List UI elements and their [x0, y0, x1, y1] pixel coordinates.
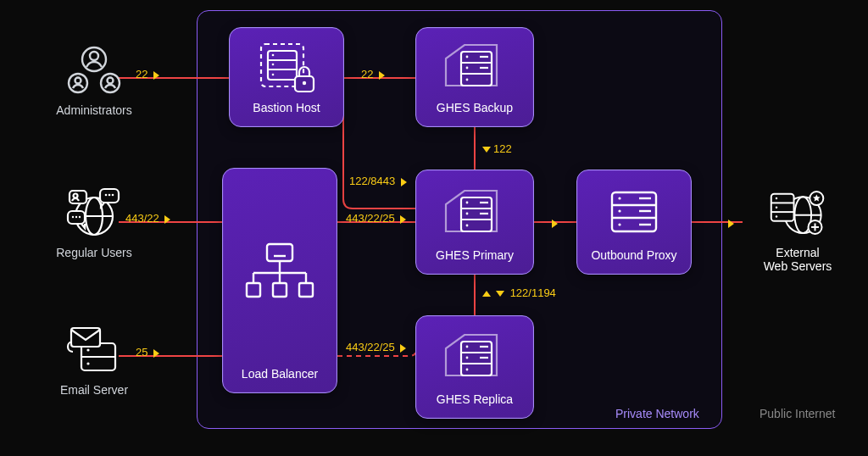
actor-email-label: Email Server [39, 383, 149, 397]
actor-regular-label: Regular Users [39, 246, 149, 259]
svg-point-94 [466, 357, 469, 359]
node-bastion-label: Bastion Host [253, 101, 320, 114]
globe-users-icon [66, 185, 122, 241]
svg-point-60 [466, 79, 469, 81]
actor-external-web: External Web Servers [734, 185, 861, 273]
node-proxy-label: Outbound Proxy [591, 248, 676, 262]
edge-primary-replica-label: 122/1194 [480, 286, 556, 299]
svg-point-40 [776, 207, 777, 209]
admins-icon [66, 42, 122, 98]
svg-point-30 [86, 348, 89, 351]
svg-point-51 [272, 64, 275, 66]
node-proxy: Outbound Proxy [576, 170, 692, 275]
actor-regular-users: Regular Users [39, 185, 149, 259]
svg-point-76 [466, 202, 469, 204]
svg-rect-72 [299, 283, 313, 297]
svg-point-77 [466, 213, 469, 215]
svg-point-59 [466, 67, 469, 70]
actor-external-label: External Web Servers [734, 246, 861, 273]
svg-rect-36 [771, 194, 794, 221]
svg-point-54 [303, 81, 306, 85]
svg-point-86 [618, 223, 620, 225]
proxy-icon [584, 179, 684, 245]
backup-icon [423, 36, 526, 97]
node-backup-label: GHES Backup [437, 101, 513, 114]
node-primary: GHES Primary [415, 170, 534, 275]
svg-point-12 [75, 78, 81, 84]
bastion-icon [236, 36, 337, 97]
actor-admins-label: Administrators [39, 103, 149, 117]
svg-point-52 [272, 74, 275, 76]
svg-point-93 [466, 346, 469, 348]
svg-point-31 [86, 362, 89, 364]
edge-backup-primary-label: 122 [480, 142, 512, 155]
svg-point-78 [466, 225, 469, 227]
edge-lb-replica-label: 443/22/25 [346, 341, 409, 353]
svg-point-41 [776, 215, 777, 217]
svg-rect-32 [71, 328, 100, 347]
node-backup: GHES Backup [415, 27, 534, 127]
private-network-label: Private Network [615, 407, 699, 420]
svg-point-58 [466, 56, 469, 58]
svg-point-22 [108, 194, 111, 197]
svg-point-84 [618, 197, 620, 199]
svg-point-50 [272, 54, 275, 57]
node-primary-label: GHES Primary [436, 248, 514, 262]
svg-rect-71 [273, 283, 287, 297]
actor-admins: Administrators [39, 42, 149, 117]
svg-point-27 [79, 216, 81, 218]
svg-point-39 [776, 197, 777, 199]
node-replica-label: GHES Replica [437, 392, 513, 406]
node-bastion: Bastion Host [229, 27, 344, 127]
svg-rect-63 [267, 244, 292, 261]
svg-point-10 [90, 52, 98, 60]
email-server-icon [66, 322, 122, 378]
edge-bastion-backup-label: 22 [361, 68, 387, 81]
edge-lb-primary-label: 443/22/25 [346, 212, 409, 225]
node-lb-label: Load Balancer [242, 367, 318, 381]
lb-icon [230, 177, 330, 364]
svg-point-26 [75, 216, 77, 218]
svg-point-23 [112, 194, 114, 197]
svg-point-21 [105, 194, 108, 197]
primary-icon [423, 179, 526, 245]
external-web-icon [770, 185, 826, 241]
node-replica: GHES Replica [415, 315, 534, 419]
svg-point-25 [72, 216, 74, 218]
edge-bastion-primary-label: 122/8443 [349, 175, 409, 187]
svg-rect-70 [247, 283, 260, 297]
public-internet-label: Public Internet [760, 407, 836, 420]
edge-primary-proxy-arrow [549, 216, 560, 229]
replica-icon [423, 325, 526, 389]
actor-email-server: Email Server [39, 322, 149, 397]
svg-point-14 [108, 78, 114, 84]
node-lb: Load Balancer [222, 168, 337, 393]
svg-point-85 [618, 209, 620, 212]
svg-point-95 [466, 369, 469, 371]
